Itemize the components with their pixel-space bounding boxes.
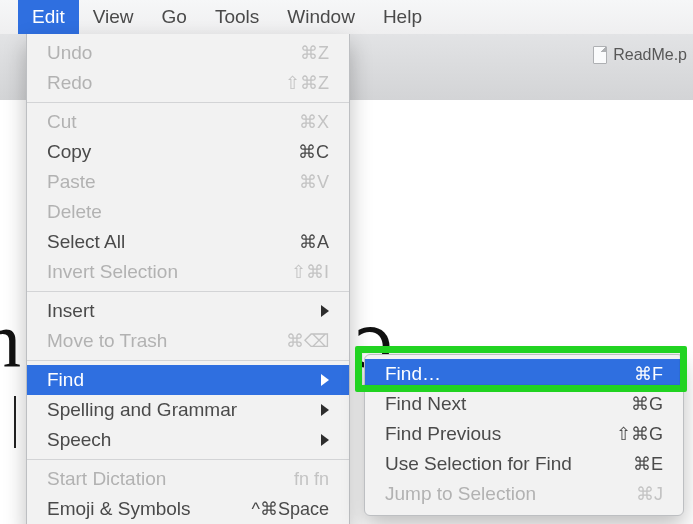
menu-window-label: Window	[287, 6, 355, 28]
submenu-arrow-icon	[321, 374, 329, 386]
menu-item-paste-shortcut: ⌘V	[299, 171, 329, 193]
document-glyph-left: n	[0, 296, 19, 386]
submenu-find-next-shortcut: ⌘G	[631, 393, 663, 415]
toolbar-readme-chip[interactable]: ReadMe.p	[593, 46, 687, 64]
menu-item-paste: Paste ⌘V	[27, 167, 349, 197]
menu-item-redo-shortcut: ⇧⌘Z	[285, 72, 329, 94]
menu-item-copy-label: Copy	[47, 141, 298, 163]
menu-item-speech[interactable]: Speech	[27, 425, 349, 455]
menu-item-select-all-label: Select All	[47, 231, 299, 253]
find-submenu-panel: Find… ⌘F Find Next ⌘G Find Previous ⇧⌘G …	[364, 354, 684, 516]
text-caret	[14, 396, 16, 448]
document-icon	[593, 46, 607, 64]
submenu-find-shortcut: ⌘F	[634, 363, 663, 385]
submenu-find-label: Find…	[385, 363, 634, 385]
menu-view-label: View	[93, 6, 134, 28]
menu-item-find-label: Find	[47, 369, 313, 391]
menu-item-undo-shortcut: ⌘Z	[300, 42, 329, 64]
submenu-find-prev-label: Find Previous	[385, 423, 616, 445]
menu-item-find[interactable]: Find	[27, 365, 349, 395]
menu-item-dictation-shortcut: fn fn	[294, 469, 329, 490]
submenu-jump-shortcut: ⌘J	[636, 483, 663, 505]
submenu-item-find[interactable]: Find… ⌘F	[365, 359, 683, 389]
menu-separator	[27, 360, 349, 361]
menu-help[interactable]: Help	[369, 0, 436, 34]
menu-item-dictation-label: Start Dictation	[47, 468, 294, 490]
menu-item-spelling-label: Spelling and Grammar	[47, 399, 313, 421]
submenu-jump-label: Jump to Selection	[385, 483, 636, 505]
menu-item-insert-label: Insert	[47, 300, 313, 322]
submenu-item-find-previous[interactable]: Find Previous ⇧⌘G	[365, 419, 683, 449]
menu-item-paste-label: Paste	[47, 171, 299, 193]
menu-separator	[27, 459, 349, 460]
menu-item-trash-shortcut: ⌘⌫	[286, 330, 329, 352]
menu-separator	[27, 291, 349, 292]
submenu-item-find-next[interactable]: Find Next ⌘G	[365, 389, 683, 419]
menu-item-select-all[interactable]: Select All ⌘A	[27, 227, 349, 257]
menu-item-emoji[interactable]: Emoji & Symbols ^⌘Space	[27, 494, 349, 524]
menu-item-redo: Redo ⇧⌘Z	[27, 68, 349, 98]
menu-item-insert[interactable]: Insert	[27, 296, 349, 326]
menu-item-cut-label: Cut	[47, 111, 299, 133]
menu-item-copy-shortcut: ⌘C	[298, 141, 329, 163]
menu-item-invert-shortcut: ⇧⌘I	[291, 261, 329, 283]
menu-item-move-to-trash: Move to Trash ⌘⌫	[27, 326, 349, 356]
menu-item-cut-shortcut: ⌘X	[299, 111, 329, 133]
menu-item-undo-label: Undo	[47, 42, 300, 64]
menu-item-start-dictation: Start Dictation fn fn	[27, 464, 349, 494]
submenu-arrow-icon	[321, 404, 329, 416]
menu-item-redo-label: Redo	[47, 72, 285, 94]
menu-item-delete-label: Delete	[47, 201, 329, 223]
menu-help-label: Help	[383, 6, 422, 28]
submenu-find-next-label: Find Next	[385, 393, 631, 415]
menu-item-select-all-shortcut: ⌘A	[299, 231, 329, 253]
menu-item-undo: Undo ⌘Z	[27, 38, 349, 68]
submenu-arrow-icon	[321, 434, 329, 446]
submenu-arrow-icon	[321, 305, 329, 317]
menu-item-copy[interactable]: Copy ⌘C	[27, 137, 349, 167]
menu-tools-label: Tools	[215, 6, 259, 28]
menu-item-speech-label: Speech	[47, 429, 313, 451]
system-menubar: Edit View Go Tools Window Help	[0, 0, 693, 34]
submenu-use-selection-label: Use Selection for Find	[385, 453, 633, 475]
edit-menu-panel: Undo ⌘Z Redo ⇧⌘Z Cut ⌘X Copy ⌘C Paste ⌘V…	[26, 34, 350, 524]
menu-item-invert-label: Invert Selection	[47, 261, 291, 283]
menu-edit[interactable]: Edit	[18, 0, 79, 34]
menu-item-trash-label: Move to Trash	[47, 330, 286, 352]
menu-item-cut: Cut ⌘X	[27, 107, 349, 137]
submenu-item-jump: Jump to Selection ⌘J	[365, 479, 683, 509]
menu-edit-label: Edit	[32, 6, 65, 28]
submenu-find-prev-shortcut: ⇧⌘G	[616, 423, 663, 445]
menu-item-emoji-shortcut: ^⌘Space	[252, 498, 329, 520]
menu-go[interactable]: Go	[148, 0, 201, 34]
menu-item-spelling[interactable]: Spelling and Grammar	[27, 395, 349, 425]
menu-item-delete: Delete	[27, 197, 349, 227]
menu-go-label: Go	[162, 6, 187, 28]
menu-item-emoji-label: Emoji & Symbols	[47, 498, 252, 520]
menu-view[interactable]: View	[79, 0, 148, 34]
menu-item-invert-selection: Invert Selection ⇧⌘I	[27, 257, 349, 287]
submenu-item-use-selection[interactable]: Use Selection for Find ⌘E	[365, 449, 683, 479]
submenu-use-selection-shortcut: ⌘E	[633, 453, 663, 475]
menu-window[interactable]: Window	[273, 0, 369, 34]
toolbar-readme-label: ReadMe.p	[613, 46, 687, 64]
menu-tools[interactable]: Tools	[201, 0, 273, 34]
menu-separator	[27, 102, 349, 103]
